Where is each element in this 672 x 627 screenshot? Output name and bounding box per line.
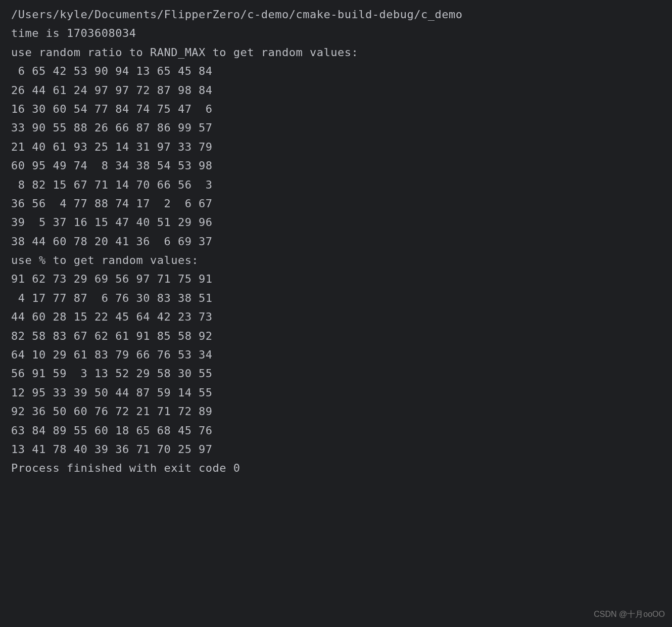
grid-row: 44 60 28 15 22 45 64 42 23 73 [11,307,672,326]
grid-row: 6 65 42 53 90 94 13 65 45 84 [11,62,672,80]
grid-row: 91 62 73 29 69 56 97 71 75 91 [11,270,672,288]
grid-row: 16 30 60 54 77 84 74 75 47 6 [11,100,672,118]
grid-2: 91 62 73 29 69 56 97 71 75 91 4 17 77 87… [11,270,672,459]
grid-1: 6 65 42 53 90 94 13 65 45 8426 44 61 24 … [11,62,672,251]
grid-row: 8 82 15 67 71 14 70 66 56 3 [11,175,672,194]
grid-row: 92 36 50 60 76 72 21 71 72 89 [11,402,672,421]
grid-row: 82 58 83 67 62 61 91 85 58 92 [11,327,672,345]
grid-row: 39 5 37 16 15 47 40 51 29 96 [11,213,672,232]
grid-row: 13 41 78 40 39 36 71 70 25 97 [11,440,672,459]
grid-row: 12 95 33 39 50 44 87 59 14 55 [11,383,672,402]
section-header-2: use % to get random values: [11,251,672,270]
exec-path: /Users/kyle/Documents/FlipperZero/c-demo… [11,5,672,24]
exit-line: Process finished with exit code 0 [11,459,672,477]
grid-row: 63 84 89 55 60 18 65 68 45 76 [11,421,672,440]
grid-row: 64 10 29 61 83 79 66 76 53 34 [11,345,672,364]
grid-row: 33 90 55 88 26 66 87 86 99 57 [11,118,672,137]
grid-row: 56 91 59 3 13 52 29 58 30 55 [11,364,672,383]
grid-row: 21 40 61 93 25 14 31 97 33 79 [11,138,672,156]
grid-row: 36 56 4 77 88 74 17 2 6 67 [11,194,672,213]
grid-row: 26 44 61 24 97 97 72 87 98 84 [11,81,672,100]
grid-row: 60 95 49 74 8 34 38 54 53 98 [11,156,672,175]
grid-row: 38 44 60 78 20 41 36 6 69 37 [11,232,672,251]
section-header-1: use random ratio to RAND_MAX to get rand… [11,43,672,62]
watermark: CSDN @十月ooOO [594,607,665,621]
time-line: time is 1703608034 [11,24,672,42]
grid-row: 4 17 77 87 6 76 30 83 38 51 [11,289,672,307]
